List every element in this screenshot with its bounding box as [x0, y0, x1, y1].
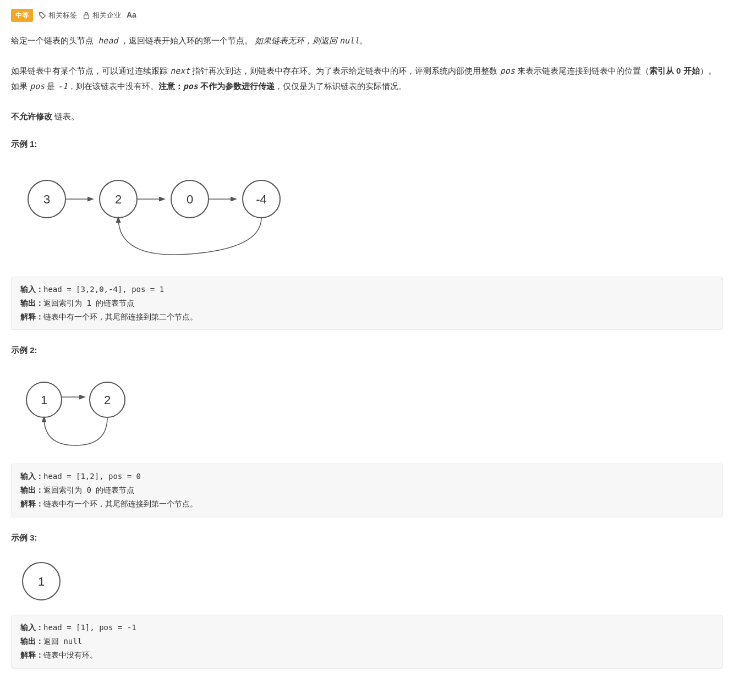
example3-title: 示例 3: — [11, 531, 723, 545]
lock-icon — [83, 12, 90, 19]
svg-point-0 — [41, 14, 42, 15]
example2-explain: 解释：链表中有一个环，其尾部连接到第一个节点。 — [20, 497, 714, 511]
difficulty-badge[interactable]: 中等 — [11, 9, 33, 22]
desc-line3: 不允许修改 链表。 — [11, 109, 723, 124]
example2-diagram: 1 2 — [11, 364, 723, 455]
svg-text:3: 3 — [43, 192, 50, 206]
example3-output: 输出：返回 null — [20, 635, 714, 648]
svg-text:2: 2 — [104, 393, 111, 407]
svg-text:2: 2 — [115, 192, 122, 206]
desc-line1: 给定一个链表的头节点 head ，返回链表开始入环的第一个节点。 如果链表无环，… — [11, 33, 723, 48]
example2-svg: 1 2 — [11, 364, 176, 455]
example1-svg: 3 2 0 -4 — [11, 158, 352, 268]
example3-svg: 1 — [11, 551, 77, 606]
example3-input: 输入：head = [1], pos = -1 — [20, 621, 714, 635]
tag-icon — [39, 12, 46, 19]
related-companies[interactable]: 相关企业 — [83, 9, 121, 21]
example2-code: 输入：head = [1,2], pos = 0 输出：返回索引为 0 的链表节… — [11, 464, 723, 517]
svg-text:1: 1 — [41, 393, 47, 407]
example2-input: 输入：head = [1,2], pos = 0 — [20, 470, 714, 483]
example1-output: 输出：返回索引为 1 的链表节点 — [20, 296, 714, 310]
desc-line2: 如果链表中有某个节点，可以通过连续跟踪 next 指针再次到达，则链表中存在环。… — [11, 63, 723, 94]
example3-diagram: 1 — [11, 551, 723, 606]
example3-explain: 解释：链表中没有环。 — [20, 648, 714, 662]
example1-explain: 解释：链表中有一个环，其尾部连接到第二个节点。 — [20, 310, 714, 324]
svg-text:0: 0 — [187, 192, 193, 206]
example1-diagram: 3 2 0 -4 — [11, 158, 723, 268]
example1-code: 输入：head = [3,2,0,-4], pos = 1 输出：返回索引为 1… — [11, 277, 723, 330]
example3-code: 输入：head = [1], pos = -1 输出：返回 null 解释：链表… — [11, 615, 723, 669]
description-block: 给定一个链表的头节点 head ，返回链表开始入环的第一个节点。 如果链表无环，… — [11, 33, 723, 124]
svg-rect-1 — [84, 15, 89, 19]
related-tags[interactable]: 相关标签 — [39, 9, 77, 21]
example2-title: 示例 2: — [11, 343, 723, 357]
svg-text:-4: -4 — [256, 192, 267, 206]
example1-input: 输入：head = [3,2,0,-4], pos = 1 — [20, 283, 714, 296]
svg-text:1: 1 — [38, 575, 45, 588]
example2-output: 输出：返回索引为 0 的链表节点 — [20, 483, 714, 497]
example1-title: 示例 1: — [11, 137, 723, 151]
top-bar: 中等 相关标签 相关企业 Aa — [11, 9, 723, 22]
font-size-toggle[interactable]: Aa — [127, 9, 136, 22]
